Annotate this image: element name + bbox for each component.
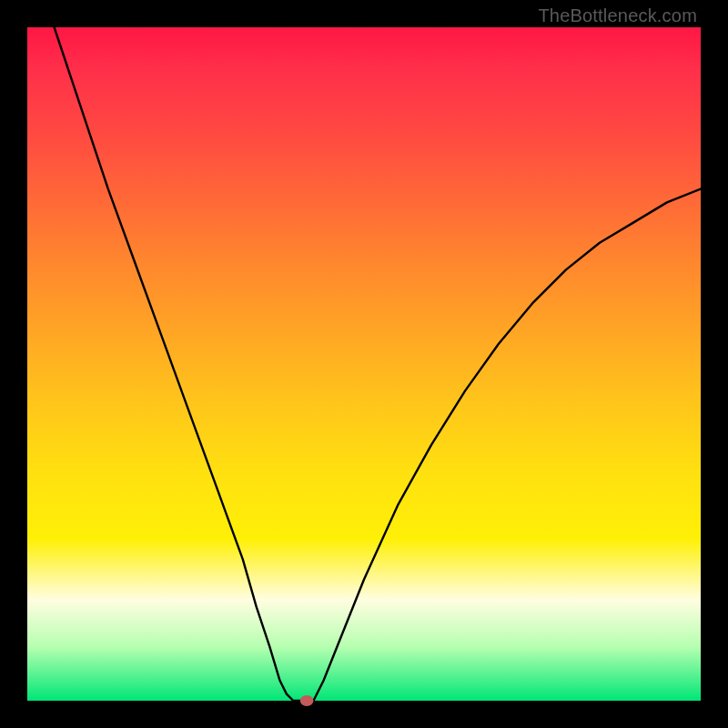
curve-layer: [27, 27, 701, 701]
chart-frame: TheBottleneck.com: [0, 0, 728, 728]
watermark-text: TheBottleneck.com: [538, 5, 697, 26]
optimal-marker: [300, 695, 314, 706]
bottleneck-curve: [55, 27, 701, 701]
plot-area: [27, 27, 701, 701]
